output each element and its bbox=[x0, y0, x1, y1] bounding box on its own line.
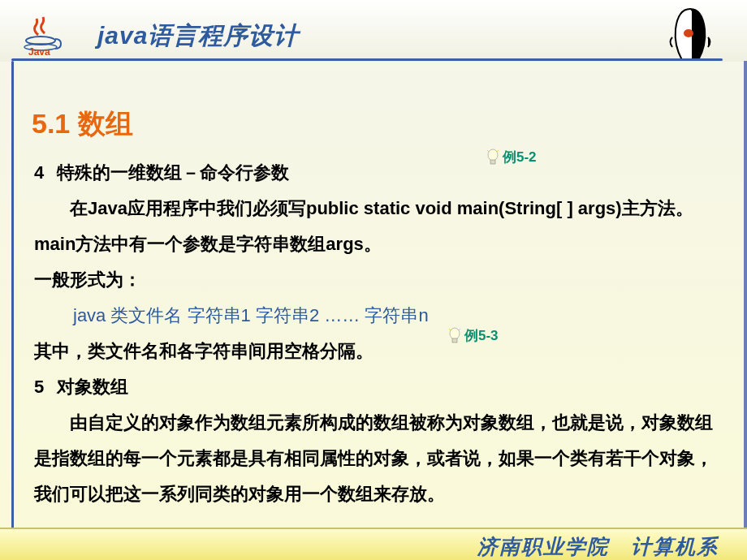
body-line: main方法中有一个参数是字符串数组args。 bbox=[34, 226, 723, 262]
footer-text: 济南职业学院 计算机系 bbox=[477, 533, 719, 560]
svg-point-8 bbox=[450, 328, 460, 339]
svg-rect-9 bbox=[452, 338, 457, 342]
subsection-5: 5 对象数组 由自定义的对象作为数组元素所构成的数组被称为对象数组，也就是说，对… bbox=[34, 369, 723, 512]
main-content: 5.1 数组 例5-2 4 特殊的一维数组－命令行参数 在Java应用程序中我们… bbox=[34, 106, 723, 512]
svg-line-10 bbox=[449, 329, 451, 330]
svg-line-7 bbox=[497, 150, 499, 152]
body-paragraph: 由自定义的对象作为数组元素所构成的数组被称为对象数组，也就是说，对象数组是指数组… bbox=[34, 405, 723, 512]
example-label: 例5-3 bbox=[464, 328, 499, 343]
svg-point-3 bbox=[684, 29, 693, 37]
left-divider bbox=[11, 61, 14, 528]
footer-bar: 济南职业学院 计算机系 bbox=[0, 528, 747, 560]
body-line: 其中，类文件名和各字符串间用空格分隔。 bbox=[34, 334, 723, 369]
body-line: 一般形式为： bbox=[34, 262, 723, 298]
svg-line-6 bbox=[487, 150, 489, 152]
subsection-title: 对象数组 bbox=[57, 369, 128, 405]
svg-line-11 bbox=[459, 329, 460, 330]
footer-school: 济南职业学院 bbox=[477, 535, 609, 558]
java-logo-icon: Java bbox=[20, 15, 71, 55]
subsection-title: 特殊的一维数组－命令行参数 bbox=[57, 155, 289, 191]
header-bar: Java java语言程序设计 bbox=[0, 0, 747, 62]
svg-text:Java: Java bbox=[28, 46, 50, 55]
section-title: 5.1 数组 bbox=[32, 106, 723, 143]
example-label: 例5-2 bbox=[503, 149, 537, 165]
duke-mascot-icon bbox=[666, 5, 715, 67]
svg-rect-5 bbox=[490, 160, 495, 164]
subsection-number: 4 bbox=[34, 155, 44, 191]
body-line: 在Java应用程序中我们必须写public static void main(S… bbox=[34, 191, 723, 226]
subsection-4: 4 特殊的一维数组－命令行参数 在Java应用程序中我们必须写public st… bbox=[34, 155, 723, 298]
example-link-5-2[interactable]: 例5-2 bbox=[485, 148, 537, 168]
subsection-number: 5 bbox=[34, 369, 44, 405]
right-divider bbox=[744, 61, 747, 556]
page-title: java语言程序设计 bbox=[97, 19, 299, 53]
lightbulb-icon bbox=[447, 327, 463, 347]
footer-dept: 计算机系 bbox=[631, 535, 719, 558]
svg-point-4 bbox=[488, 149, 498, 161]
header-divider bbox=[11, 58, 723, 61]
lightbulb-icon bbox=[485, 149, 501, 168]
example-link-5-3[interactable]: 例5-3 bbox=[447, 326, 499, 347]
code-sample: java 类文件名 字符串1 字符串2 …… 字符串n bbox=[73, 298, 723, 334]
